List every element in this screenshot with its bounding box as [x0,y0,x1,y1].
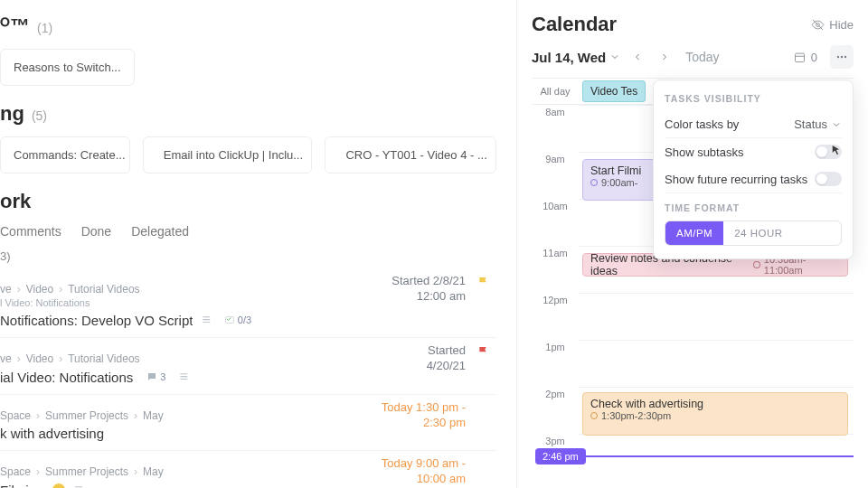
card-email-into-clickup[interactable]: Email into ClickUp | Inclu... [143,136,313,174]
hour-label: 8am [532,105,579,152]
group-2-title: ng [0,102,24,126]
task-row[interactable]: ve› Video› Tutorial Videos l Video: Noti… [0,268,496,338]
hour-label: 10am [532,199,579,246]
bucket-count: 3) [0,249,496,263]
hour-label: 12pm [532,293,579,340]
color-tasks-by-label: Color tasks by [665,117,739,131]
tab-delegated[interactable]: Delegated [131,224,189,239]
equals-icon: ≡ [74,482,82,488]
task-start-meta: Started 4/20/21 [427,343,466,374]
unscheduled-count[interactable]: 0 [793,51,817,64]
group-1-count: (1) [37,21,52,35]
svg-rect-0 [225,317,233,324]
cursor-icon [827,143,844,159]
recurring-icon [590,412,598,419]
hour-label: 1pm [532,340,579,387]
more-button[interactable] [830,45,854,69]
calendar-title: Calendar [532,13,617,36]
svg-point-5 [837,56,839,58]
show-subtasks-toggle[interactable] [815,145,842,159]
group-1-title: ᴼ™ [0,14,30,38]
chevron-left-icon [632,52,643,62]
equals-icon: ≡ [202,312,210,328]
current-time-badge: 2:46 pm [535,448,586,465]
svg-rect-3 [795,53,804,61]
today-button[interactable]: Today [685,50,719,64]
show-recurring-label: Show future recurring tasks [665,173,807,186]
tab-done[interactable]: Done [81,224,111,239]
card-cro-yt001[interactable]: CRO - YT001 - Video 4 - ... [325,136,496,174]
task-start-meta: Today 1:30 pm - 2:30 pm [382,400,466,431]
popover-section-visibility: TASKS VISIBILITY [665,93,842,104]
comment-count[interactable]: 3 [142,370,170,384]
chevron-down-icon [831,119,842,130]
svg-point-6 [841,56,843,58]
recurring-icon [753,261,760,268]
time-format-24h[interactable]: 24 HOUR [723,221,793,245]
eye-off-icon [811,18,825,32]
card-commands-create[interactable]: Commands: Create... [0,136,130,174]
status-dot [52,483,65,488]
task-start-meta: Today 9:00 am - 10:00 am [382,456,466,487]
calendar-settings-popover: TASKS VISIBILITY Color tasks by Status S… [653,80,854,259]
chevron-down-icon [609,52,620,62]
tab-comments[interactable]: Comments [0,224,61,239]
hour-label: 2pm [532,387,579,434]
checklist-pill[interactable]: 0/3 [220,313,256,327]
calendar-icon [793,51,807,64]
breadcrumb[interactable]: ve› Video› Tutorial Videos [0,352,496,365]
chat-icon [146,371,157,382]
group-2-count: (5) [32,108,47,123]
task-start-meta: Started 2/8/21 12:00 am [392,274,466,305]
task-title: k with advertising [0,426,104,441]
color-tasks-by-select[interactable]: Status [794,117,842,131]
equals-icon: ≡ [179,369,187,385]
task-row[interactable]: Space› Summer Projects› May k with adver… [0,395,496,451]
svg-point-7 [844,56,846,58]
task-row[interactable]: ve› Video› Tutorial Videos ial Video: No… [0,338,496,395]
hour-label: 9am [532,152,579,199]
show-subtasks-label: Show subtasks [665,145,743,159]
hour-label: 11am [532,246,579,293]
card-reasons-to-switch[interactable]: Reasons to Switch... [0,49,135,86]
task-title: ial Video: Notifications [0,370,133,385]
task-title: Filming [0,483,43,489]
chevron-right-icon [659,52,670,62]
prev-day-button[interactable] [627,47,647,67]
next-day-button[interactable] [655,47,675,67]
time-format-segmented: AM/PM 24 HOUR [665,221,842,246]
current-time-indicator: 2:46 pm [532,448,854,465]
recurring-icon [590,179,598,186]
group-3-title: ork [0,190,31,213]
show-recurring-toggle[interactable] [815,172,842,186]
all-day-event[interactable]: Video Tes [582,80,646,102]
checklist-icon [224,314,235,325]
task-title: Notifications: Develop VO Script [0,313,193,328]
flag-icon[interactable] [476,276,491,290]
popover-section-timeformat: TIME FORMAT [665,202,842,213]
task-row[interactable]: Space› Summer Projects› May Filming ≡ To… [0,451,496,488]
all-day-label: All day [532,86,579,97]
time-format-ampm[interactable]: AM/PM [665,221,723,245]
date-picker[interactable]: Jul 14, Wed [532,50,620,65]
calendar-event-advertising[interactable]: Check with advertising 1:30pm-2:30pm [582,392,848,436]
ellipsis-icon [835,50,849,64]
flag-icon[interactable] [476,345,491,360]
hide-button[interactable]: Hide [811,18,854,32]
